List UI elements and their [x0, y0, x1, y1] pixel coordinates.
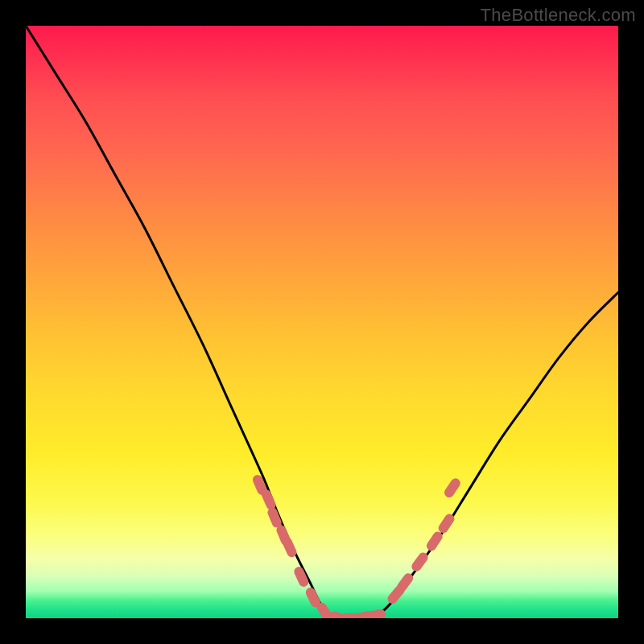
curve-marker	[431, 537, 438, 547]
curve-marker	[402, 578, 408, 587]
chart-frame: TheBottleneck.com	[0, 0, 644, 644]
plot-area	[26, 26, 618, 618]
curve-marker	[266, 494, 271, 505]
curve-marker	[449, 483, 456, 493]
watermark-text: TheBottleneck.com	[481, 5, 636, 26]
bottleneck-curve	[26, 26, 618, 618]
curve-marker	[258, 480, 262, 490]
curve-marker	[444, 518, 450, 528]
curve-marker	[272, 512, 276, 522]
curve-marker	[393, 590, 400, 599]
curve-marker	[369, 614, 381, 617]
curve-layer	[26, 26, 618, 618]
curve-marker	[299, 572, 303, 582]
curve-marker	[322, 608, 328, 617]
curve-marker	[287, 542, 292, 552]
curve-marker	[311, 592, 316, 603]
curve-marker	[416, 557, 423, 566]
